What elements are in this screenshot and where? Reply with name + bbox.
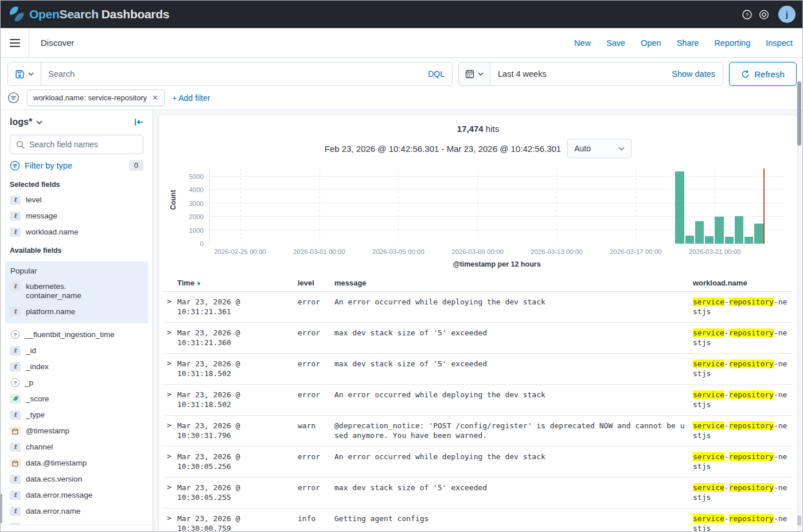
table-row[interactable]: >Mar 23, 2026 @ 10:31:18.502errorAn erro…	[162, 385, 793, 416]
nav-link-new[interactable]: New	[574, 38, 591, 48]
help-icon[interactable]: ?	[742, 9, 752, 19]
histogram-bar[interactable]	[754, 224, 763, 244]
hits-label: hits	[486, 124, 499, 134]
filter-list-icon[interactable]	[7, 92, 20, 104]
time-range-value[interactable]: Last 4 weeks	[490, 69, 672, 79]
table-row[interactable]: >Mar 23, 2026 @ 10:30:05.256errorAn erro…	[162, 447, 793, 478]
field-item-platform-name[interactable]: tplatform.name	[10, 307, 143, 316]
user-avatar[interactable]: j	[778, 6, 796, 23]
content-area: logs* Filter by type 0 Selected fields t…	[1, 110, 802, 532]
field-item--p[interactable]: ?_p	[10, 378, 143, 388]
field-item--fluentbit-ingestion-time[interactable]: ?__fluentbit_ingestion_time	[10, 330, 143, 339]
field-item-channel[interactable]: tchannel	[10, 443, 143, 452]
field-name: kubernetes.container_name	[26, 282, 83, 300]
y-tick-label: 4000	[176, 186, 204, 193]
expand-row-icon[interactable]: >	[162, 328, 177, 337]
keyboard-shortcuts-icon[interactable]	[759, 9, 769, 19]
field-item--index[interactable]: t_index	[10, 362, 143, 371]
expand-row-icon[interactable]: >	[162, 359, 177, 367]
field-item-data-timestamp[interactable]: data.@timestamp	[10, 459, 143, 468]
histogram-bar[interactable]	[725, 237, 734, 244]
histogram-plot-area[interactable]: 0100020003000400050002026-02-25 00:00202…	[209, 169, 784, 244]
field-item-data-error-name[interactable]: tdata.error.name	[10, 507, 143, 516]
x-tick-label: 2026-03-05 00:00	[372, 248, 424, 255]
histogram-chart[interactable]: Count 0100020003000400050002026-02-25 00…	[168, 166, 788, 268]
nav-link-save[interactable]: Save	[606, 38, 625, 48]
menu-icon[interactable]	[1, 28, 29, 57]
field-name: platform.name	[26, 307, 75, 316]
nav-link-inspect[interactable]: Inspect	[766, 38, 793, 48]
cell-level: info	[298, 514, 334, 523]
expand-row-icon[interactable]: >	[162, 297, 177, 306]
field-item--id[interactable]: t_id	[10, 346, 143, 355]
page-scrollbar-thumb[interactable]	[797, 81, 801, 146]
column-header-time[interactable]: Time▼	[177, 279, 298, 287]
interval-select[interactable]: Auto	[567, 139, 632, 158]
unknown-field-icon: ?	[11, 330, 20, 339]
histogram-bar[interactable]	[695, 221, 704, 244]
cell-message: max dev stack size of '5' exceeded	[334, 328, 693, 338]
expand-row-icon[interactable]: >	[162, 452, 177, 460]
column-header-message[interactable]: message	[334, 279, 693, 287]
opensearch-logo[interactable]: OpenSearchDashboards	[9, 6, 169, 22]
string-field-icon: t	[10, 212, 21, 221]
field-item--timestamp[interactable]: @timestamp	[10, 427, 143, 436]
string-field-icon: t	[10, 195, 21, 205]
histogram-bar[interactable]	[715, 217, 723, 244]
nav-link-reporting[interactable]: Reporting	[714, 38, 750, 48]
collapse-sidebar-icon[interactable]	[134, 118, 143, 126]
field-item-data-error-message[interactable]: tdata.error.message	[10, 491, 143, 500]
field-item--score[interactable]: #_score	[10, 394, 143, 404]
column-header-level[interactable]: level	[298, 279, 334, 287]
table-row[interactable]: >Mar 23, 2026 @ 10:31:21.360errormax dev…	[162, 323, 793, 354]
histogram-bar[interactable]	[744, 237, 753, 244]
page-scrollbar-thumb-secondary[interactable]	[797, 515, 801, 526]
filter-by-type[interactable]: Filter by type 0	[10, 160, 143, 171]
filter-bar: workload.name: service-repository ✕ + Ad…	[1, 89, 802, 110]
table-row[interactable]: >Mar 23, 2026 @ 10:30:31.796warn@depreca…	[162, 416, 793, 447]
remove-filter-icon[interactable]: ✕	[152, 93, 158, 102]
field-item-data-ecs-version[interactable]: tdata.ecs.version	[10, 475, 143, 484]
column-header-workload[interactable]: workload.name	[693, 279, 793, 287]
field-item-level[interactable]: tlevel	[10, 195, 143, 205]
table-row[interactable]: >Mar 23, 2026 @ 10:30:05.255errormax dev…	[162, 478, 793, 508]
highlighted-term: service	[693, 328, 724, 337]
show-dates-button[interactable]: Show dates	[672, 69, 723, 79]
nav-link-open[interactable]: Open	[641, 38, 661, 48]
cell-time: Mar 23, 2026 @ 10:30:00.759	[177, 514, 298, 532]
cell-time: Mar 23, 2026 @ 10:31:18.502	[177, 359, 298, 378]
histogram-bar[interactable]	[705, 236, 714, 244]
filter-pill[interactable]: workload.name: service-repository ✕	[27, 89, 165, 106]
nav-link-share[interactable]: Share	[677, 38, 699, 48]
table-row[interactable]: >Mar 23, 2026 @ 10:31:21.361errorAn erro…	[162, 292, 793, 323]
unknown-field-icon: ?	[11, 378, 20, 387]
table-row[interactable]: >Mar 23, 2026 @ 10:31:18.502errormax dev…	[162, 354, 793, 385]
histogram-bar[interactable]	[675, 171, 684, 244]
sidebar-scrollbar[interactable]	[1, 494, 2, 523]
query-language-button[interactable]: DQL	[420, 69, 452, 79]
add-filter-button[interactable]: + Add filter	[172, 93, 211, 103]
discover-main: 17,474 hits Feb 23, 2026 @ 10:42:56.301 …	[153, 110, 802, 532]
sort-desc-icon[interactable]: ▼	[196, 281, 201, 287]
expand-row-icon[interactable]: >	[162, 483, 177, 491]
expand-row-icon[interactable]: >	[162, 421, 177, 429]
highlighted-term: repository	[729, 328, 774, 337]
date-picker-menu-button[interactable]	[459, 62, 490, 85]
highlighted-term: service	[693, 421, 724, 430]
histogram-bar[interactable]	[685, 236, 694, 244]
expand-row-icon[interactable]: >	[162, 514, 177, 522]
field-item-kubernetes-container-name[interactable]: tkubernetes.container_name	[10, 282, 143, 300]
index-pattern-select[interactable]: logs*	[10, 117, 32, 127]
field-search-input[interactable]	[29, 140, 137, 149]
field-item-message[interactable]: tmessage	[10, 212, 143, 221]
app-header: OpenSearchDashboards ? j	[1, 1, 802, 28]
saved-query-menu-button[interactable]	[8, 62, 41, 85]
histogram-bar[interactable]	[735, 216, 743, 244]
cell-message: Getting agent configs	[334, 514, 693, 523]
table-row[interactable]: >Mar 23, 2026 @ 10:30:00.759infoGetting …	[162, 508, 793, 532]
refresh-button[interactable]: Refresh	[729, 62, 797, 86]
expand-row-icon[interactable]: >	[162, 390, 177, 398]
search-input[interactable]	[41, 69, 420, 79]
field-item--type[interactable]: t_type	[10, 410, 143, 420]
field-item-workload-name[interactable]: tworkload.name	[10, 228, 143, 237]
